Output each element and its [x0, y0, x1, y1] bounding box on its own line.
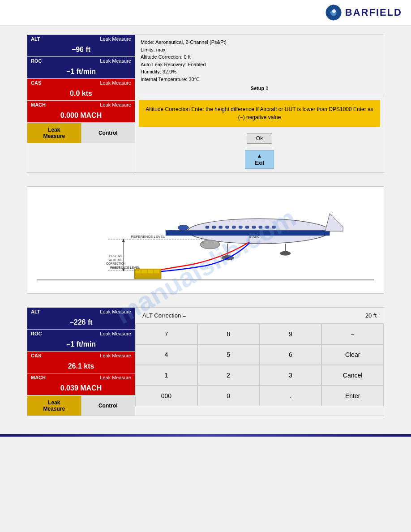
- cas2-meter-row: CAS Leak Measure 26.1 kts: [27, 352, 135, 373]
- top-meter-buttons: Leak Measure Control: [27, 123, 135, 143]
- keypad-panel: ALT Correction = 20 ft 7 8 9 − 4 5 6 Cle…: [135, 308, 384, 416]
- mach-sublabel: Leak Measure: [100, 102, 131, 107]
- exit-button[interactable]: ▲ Exit: [245, 150, 274, 169]
- roc-label: ROC: [31, 58, 42, 64]
- cas-label-row: CAS Leak Measure: [27, 79, 135, 87]
- info-top: Mode: Aeronautical, 2-Channel (Ps&Pt) Li…: [135, 35, 384, 96]
- cas2-value: 26.1 kts: [27, 360, 135, 373]
- svg-rect-7: [206, 226, 209, 228]
- aircraft-diagram: REFERENCE LEVEL: [27, 186, 384, 294]
- svg-rect-29: [148, 270, 153, 273]
- diagram-svg: REFERENCE LEVEL: [32, 191, 379, 289]
- svg-rect-12: [239, 226, 242, 228]
- svg-rect-17: [272, 226, 276, 228]
- cancel-button[interactable]: Cancel: [321, 365, 384, 386]
- svg-rect-10: [226, 226, 229, 228]
- svg-rect-30: [154, 270, 159, 273]
- key-0[interactable]: 0: [197, 386, 260, 406]
- page-content: ALT Leak Measure −96 ft ROC Leak Measure…: [0, 26, 411, 425]
- alt2-label-row: ALT Leak Measure: [27, 308, 135, 316]
- cas-label: CAS: [31, 80, 41, 86]
- roc-sublabel: Leak Measure: [100, 58, 131, 64]
- roc2-value: −1 ft/min: [27, 338, 135, 351]
- key-minus[interactable]: −: [321, 324, 384, 344]
- svg-rect-15: [259, 226, 262, 228]
- humidity-line: Humidity: 32.0%: [141, 68, 378, 76]
- cas2-sublabel: Leak Measure: [100, 353, 131, 358]
- key-7[interactable]: 7: [135, 324, 197, 344]
- svg-text:REFERENCE LEVEL: REFERENCE LEVEL: [131, 235, 165, 239]
- svg-marker-39: [122, 268, 125, 271]
- altitude-correction-line: Altitude Correction: 0 ft: [141, 53, 378, 61]
- info-panel: Mode: Aeronautical, 2-Channel (Ps&Pt) Li…: [135, 35, 384, 172]
- svg-rect-13: [245, 226, 249, 228]
- exit-label: Exit: [254, 160, 264, 166]
- svg-rect-18: [166, 230, 330, 236]
- cas-meter-row: CAS Leak Measure 0.0 kts: [27, 79, 135, 101]
- svg-point-23: [200, 240, 220, 249]
- leak-measure-button[interactable]: Leak Measure: [27, 123, 81, 143]
- bottom-leak-measure-button[interactable]: Leak Measure: [27, 396, 81, 416]
- alt2-value: −226 ft: [27, 316, 135, 329]
- top-meter-panel: ALT Leak Measure −96 ft ROC Leak Measure…: [27, 35, 135, 172]
- alt2-label: ALT: [31, 309, 40, 314]
- svg-point-6: [178, 225, 189, 230]
- mach-meter-row: MACH Leak Measure 0.000 MACH: [27, 101, 135, 123]
- key-1[interactable]: 1: [135, 365, 197, 386]
- key-9[interactable]: 9: [260, 324, 322, 344]
- control-button[interactable]: Control: [81, 123, 135, 143]
- ok-btn-row: Ok: [135, 133, 384, 144]
- key-3[interactable]: 3: [260, 365, 322, 386]
- keypad-grid: 7 8 9 − 4 5 6 Clear 1 2 3 Cancel 000 0 .…: [135, 324, 384, 406]
- alt-sublabel: Leak Measure: [100, 36, 131, 42]
- svg-rect-28: [141, 270, 147, 273]
- keypad-header-value: 20 ft: [365, 312, 377, 319]
- auto-leak-line: Auto Leak Recovery: Enabled: [141, 61, 378, 69]
- alt2-sublabel: Leak Measure: [100, 309, 131, 314]
- top-ui-panel: ALT Leak Measure −96 ft ROC Leak Measure…: [27, 34, 384, 173]
- footer-line: [0, 434, 411, 437]
- enter-button[interactable]: Enter: [321, 386, 384, 406]
- svg-text:STATIC: STATIC: [249, 235, 260, 238]
- svg-point-22: [280, 251, 291, 255]
- mode-line: Mode: Aeronautical, 2-Channel (Ps&Pt): [141, 39, 378, 46]
- bottom-meter-panel: ALT Leak Measure −226 ft ROC Leak Measur…: [27, 308, 135, 416]
- svg-rect-16: [265, 226, 269, 228]
- alt-meter-row: ALT Leak Measure −96 ft: [27, 35, 135, 57]
- svg-rect-11: [232, 226, 235, 228]
- svg-rect-14: [252, 226, 256, 228]
- ok-button[interactable]: Ok: [247, 133, 272, 144]
- key-2[interactable]: 2: [197, 365, 260, 386]
- key-4[interactable]: 4: [135, 344, 197, 365]
- mach-value: 0.000 MACH: [27, 109, 135, 122]
- mach2-sublabel: Leak Measure: [100, 375, 131, 380]
- exit-row: ▲ Exit: [135, 148, 384, 172]
- roc-label-row: ROC Leak Measure: [27, 57, 135, 65]
- key-dot[interactable]: .: [260, 386, 322, 406]
- clear-button[interactable]: Clear: [321, 344, 384, 365]
- bottom-control-button[interactable]: Control: [81, 396, 135, 416]
- svg-text:VALUE: VALUE: [111, 266, 121, 269]
- internal-temp-line: Internal Temperature: 30°C: [141, 76, 378, 83]
- roc-value: −1 ft/min: [27, 65, 135, 78]
- key-5[interactable]: 5: [197, 344, 260, 365]
- mach2-value: 0.039 MACH: [27, 382, 135, 395]
- svg-rect-8: [212, 226, 216, 228]
- alt-value: −96 ft: [27, 43, 135, 56]
- mach2-meter-row: MACH Leak Measure 0.039 MACH: [27, 373, 135, 395]
- cas2-label-row: CAS Leak Measure: [27, 352, 135, 360]
- key-8[interactable]: 8: [197, 324, 260, 344]
- roc-meter-row: ROC Leak Measure −1 ft/min: [27, 57, 135, 79]
- mach2-label: MACH: [31, 375, 46, 380]
- bottom-meter-buttons: Leak Measure Control: [27, 395, 135, 416]
- key-6[interactable]: 6: [260, 344, 322, 365]
- mach2-label-row: MACH Leak Measure: [27, 373, 135, 382]
- header: BARFIELD: [0, 0, 411, 26]
- logo: BARFIELD: [325, 4, 402, 21]
- svg-text:CORRECTION: CORRECTION: [106, 262, 126, 265]
- cas-value: 0.0 kts: [27, 87, 135, 100]
- svg-rect-9: [219, 226, 223, 228]
- roc2-label: ROC: [31, 331, 42, 336]
- key-000[interactable]: 000: [135, 386, 197, 406]
- svg-text:ALTITUDE: ALTITUDE: [109, 258, 123, 261]
